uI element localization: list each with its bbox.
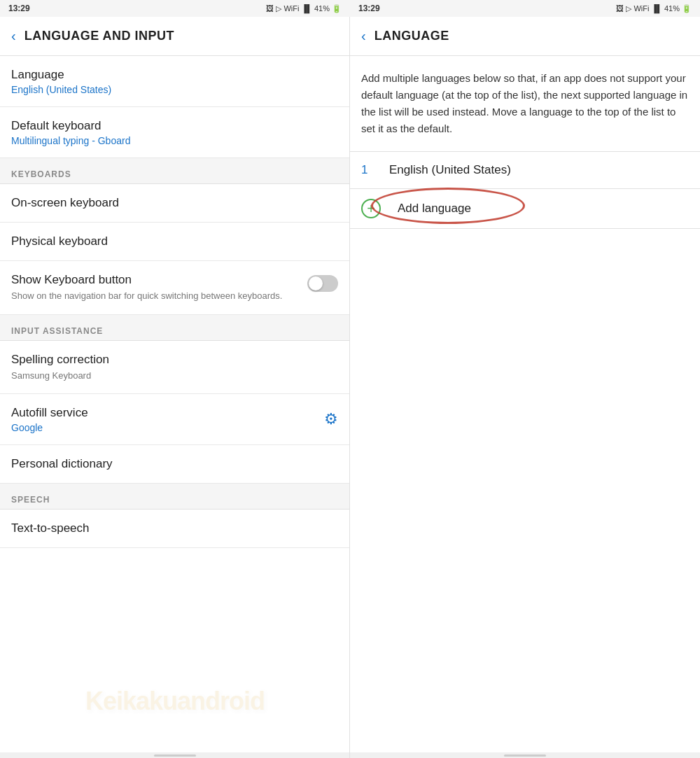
keyboard-toggle-row: Show Keyboard button Show on the navigat… <box>11 272 338 302</box>
battery-left: 41% <box>314 4 330 13</box>
panel-language-and-input: ‹ LANGUAGE AND INPUT Language English (U… <box>0 17 350 758</box>
status-bar-left: 13:29 🖼 ▷ WiFi ▐▌ 41% 🔋 <box>0 0 350 17</box>
battery-icon-right: 🔋 <box>682 4 692 13</box>
keyboard-toggle-content: Show Keyboard button Show on the navigat… <box>11 272 307 302</box>
keyboard-toggle-switch[interactable] <box>307 275 338 292</box>
panel-language: ‹ LANGUAGE Add multiple languages below … <box>350 17 700 758</box>
add-language-item[interactable]: + Add language <box>350 189 700 229</box>
right-panel-header: ‹ LANGUAGE <box>350 17 700 56</box>
status-bar: 13:29 🖼 ▷ WiFi ▐▌ 41% 🔋 13:29 🖼 ▷ WiFi ▐… <box>0 0 700 17</box>
wifi-icon: WiFi <box>284 4 299 13</box>
scroll-indicator-left <box>154 755 196 757</box>
autofill-row: Autofill service Google ⚙ <box>11 405 338 433</box>
text-to-speech-title: Text-to-speech <box>11 521 338 536</box>
battery-right: 41% <box>664 4 680 13</box>
default-keyboard-title: Default keyboard <box>11 118 338 134</box>
right-scroll-bottom <box>350 752 700 758</box>
physical-keyboard-title: Physical keyboard <box>11 234 338 249</box>
spelling-correction-subtitle: Samsung Keyboard <box>11 370 338 382</box>
back-button-right[interactable]: ‹ <box>361 28 366 44</box>
plus-circle-icon: + <box>361 199 381 218</box>
input-assistance-section-header: INPUT ASSISTANCE <box>0 315 349 341</box>
spelling-correction-title: Spelling correction <box>11 352 338 367</box>
personal-dictionary-item[interactable]: Personal dictionary <box>0 445 349 484</box>
autofill-subtitle: Google <box>11 422 88 433</box>
status-icons-left: 🖼 ▷ WiFi ▐▌ 41% 🔋 <box>266 4 342 13</box>
wifi-icon-r: WiFi <box>634 4 649 13</box>
language-description: Add multiple languages below so that, if… <box>350 56 700 152</box>
keyboards-section-header: KEYBOARDS <box>0 158 349 184</box>
language-item-wrapper: Language English (United States) <box>0 56 349 107</box>
spelling-correction-item[interactable]: Spelling correction Samsung Keyboard <box>0 341 349 394</box>
cast-icon-r: ▷ <box>626 4 631 13</box>
personal-dictionary-title: Personal dictionary <box>11 456 338 472</box>
time-left: 13:29 <box>8 3 30 13</box>
notification-icon-r: 🖼 <box>616 4 624 13</box>
cast-icon: ▷ <box>276 4 281 13</box>
left-panel-header: ‹ LANGUAGE AND INPUT <box>0 17 349 56</box>
status-bar-right: 13:29 🖼 ▷ WiFi ▐▌ 41% 🔋 <box>350 0 700 17</box>
language-number: 1 <box>361 163 389 177</box>
battery-icon-left: 🔋 <box>332 4 342 13</box>
time-right: 13:29 <box>358 3 380 13</box>
on-screen-keyboard-item[interactable]: On-screen keyboard <box>0 184 349 223</box>
show-keyboard-subtitle: Show on the navigation bar for quick swi… <box>11 290 296 302</box>
autofill-content: Autofill service Google <box>11 405 88 433</box>
autofill-service-item[interactable]: Autofill service Google ⚙ <box>0 394 349 445</box>
settings-list-left: Language English (United States) Default… <box>0 56 349 752</box>
right-panel-title: LANGUAGE <box>374 29 449 43</box>
default-keyboard-item[interactable]: Default keyboard Multilingual typing - G… <box>0 107 349 158</box>
speech-section-header: SPEECH <box>0 484 349 510</box>
default-keyboard-subtitle: Multilingual typing - Gboard <box>11 135 338 146</box>
on-screen-keyboard-title: On-screen keyboard <box>11 195 338 211</box>
settings-list-right: Add multiple languages below so that, if… <box>350 56 700 752</box>
add-language-wrapper: + Add language <box>350 189 700 229</box>
main-panels: ‹ LANGUAGE AND INPUT Language English (U… <box>0 17 700 758</box>
language-item[interactable]: Language English (United States) <box>0 56 349 107</box>
physical-keyboard-item[interactable]: Physical keyboard <box>0 223 349 261</box>
notification-icon: 🖼 <box>266 4 274 13</box>
gear-icon[interactable]: ⚙ <box>324 410 338 428</box>
left-scroll-bottom <box>0 752 349 758</box>
language-subtitle: English (United States) <box>11 84 338 95</box>
show-keyboard-button-item[interactable]: Show Keyboard button Show on the navigat… <box>0 261 349 314</box>
language-title: Language <box>11 67 338 83</box>
status-icons-right: 🖼 ▷ WiFi ▐▌ 41% 🔋 <box>616 4 692 13</box>
left-panel-title: LANGUAGE AND INPUT <box>24 29 174 43</box>
signal-icon-r: ▐▌ <box>651 4 662 13</box>
signal-icon: ▐▌ <box>301 4 312 13</box>
text-to-speech-item[interactable]: Text-to-speech <box>0 510 349 548</box>
scroll-indicator-right <box>504 755 546 757</box>
language-name-english: English (United States) <box>389 163 511 177</box>
back-button-left[interactable]: ‹ <box>11 28 16 44</box>
keyboard-toggle-knob <box>309 276 323 290</box>
show-keyboard-title: Show Keyboard button <box>11 272 296 288</box>
autofill-title: Autofill service <box>11 405 88 421</box>
add-language-text: Add language <box>398 202 471 216</box>
language-entry-english[interactable]: 1 English (United States) <box>350 152 700 189</box>
